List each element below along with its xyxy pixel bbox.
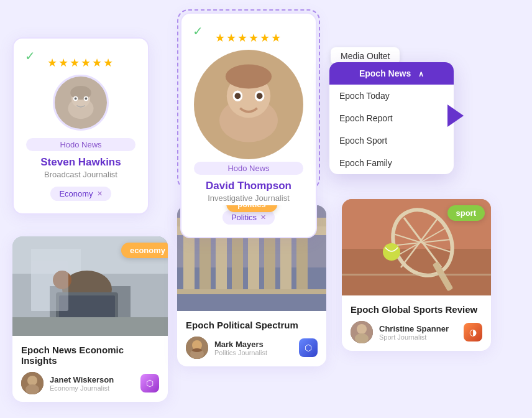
dropdown-arrow (447, 104, 464, 127)
economy-card-title: Epoch News Economic Insights (21, 345, 159, 366)
journalist-title-david: Investigative Journalist (194, 193, 303, 203)
svg-point-28 (25, 384, 39, 394)
svg-rect-34 (232, 230, 243, 292)
svg-point-55 (383, 243, 400, 261)
journalist-name-steven: Steven Hawkins (26, 156, 135, 169)
selected-label: Epoch News (359, 68, 411, 78)
tag-politics: politics (226, 205, 277, 212)
dropdown-item-label-3: Epoch Family (339, 158, 392, 168)
tag-sport: sport (447, 205, 485, 221)
card-economy: economy Epoch News Economic Insights Jan… (12, 236, 168, 402)
source-badge-david: Hodo News (194, 162, 303, 175)
sports-author-row: Christine Spanner Sport Journalist ◑ (351, 321, 482, 343)
svg-rect-23 (12, 317, 168, 336)
author-avatar-christine (351, 321, 373, 343)
svg-point-14 (257, 93, 263, 99)
sports-card-content: Epoch Global Sports Review Christine Spa… (342, 295, 491, 351)
svg-point-59 (355, 333, 369, 343)
dropdown-item-label-0: Epoch Today (339, 91, 390, 101)
card-sports: sport Epoch Global Sports Review Christi… (342, 199, 491, 351)
author-avatar-janet (21, 372, 44, 394)
tag-economy: economy (121, 243, 168, 258)
check-icon: ✓ (25, 49, 35, 63)
svg-rect-37 (280, 230, 291, 292)
svg-rect-36 (264, 230, 275, 292)
svg-rect-32 (200, 230, 211, 292)
sports-img: sport (342, 199, 491, 295)
politics-author-name: Mark Mayers (214, 340, 267, 349)
topic-label-david: Politics (231, 213, 257, 222)
source-badge-steven: Hodo News (26, 138, 135, 151)
economy-author-row: Janet Wiskerson Economy Journalist ⬡ (21, 372, 159, 394)
sports-icon-symbol: ◑ (469, 327, 477, 337)
economy-author-role: Economy Journalist (50, 384, 114, 392)
svg-point-13 (235, 93, 241, 99)
dropdown-item-label-2: Epoch Sport (339, 136, 387, 146)
media-outlet-label: Media Oultet (341, 51, 390, 61)
svg-rect-31 (183, 230, 195, 292)
sports-author-info: Christine Spanner Sport Journalist (379, 324, 449, 341)
economy-card-content: Epoch News Economic Insights Janet Wiske… (12, 336, 168, 402)
svg-point-6 (75, 98, 77, 100)
politics-icon-symbol: ⬡ (305, 343, 312, 353)
check-icon-david: ✓ (193, 24, 203, 39)
svg-rect-33 (216, 230, 227, 292)
topic-tag-steven[interactable]: Economy ✕ (50, 187, 111, 201)
avatar-steven (53, 75, 109, 131)
politics-author-role: Politics Journalist (214, 349, 267, 356)
remove-topic-david[interactable]: ✕ (260, 213, 266, 221)
economy-img: economy (12, 236, 168, 336)
svg-point-45 (192, 348, 202, 352)
topic-tag-david[interactable]: Politics ✕ (222, 210, 275, 225)
stars-david: ★★★★★★ (194, 31, 303, 45)
politics-author-icon: ⬡ (299, 338, 318, 357)
svg-rect-25 (31, 261, 68, 311)
svg-point-58 (357, 324, 367, 334)
politics-author-info: Mark Mayers Politics Journalist (214, 340, 267, 356)
card-steven: ✓ ★★★★★★ Hodo News Steven Hawkins Broadc… (12, 37, 149, 215)
sports-author-icon: ◑ (464, 323, 482, 341)
politics-card-content: Epoch Political Spectrum Mark Mayers Pol… (177, 311, 326, 366)
svg-rect-35 (248, 230, 259, 292)
dropdown-item-label-1: Epoch Report (339, 113, 393, 123)
topic-label-steven: Economy (59, 189, 93, 198)
avatar-david (194, 50, 303, 162)
svg-point-7 (85, 98, 88, 100)
svg-point-27 (27, 376, 37, 386)
svg-rect-56 (342, 274, 491, 276)
dropdown-menu: Epoch News ∧ Epoch Today Epoch Report Ep… (329, 62, 454, 174)
dropdown-item-0[interactable]: Epoch Today (329, 85, 454, 107)
scene: ✓ ★★★★★★ Hodo News Steven Hawkins Broadc… (0, 0, 532, 418)
stars-steven: ★★★★★★ (26, 56, 135, 70)
sports-author-role: Sport Journalist (379, 333, 449, 341)
author-avatar-mark (186, 337, 208, 359)
sports-card-title: Epoch Global Sports Review (351, 304, 482, 315)
remove-topic-steven[interactable]: ✕ (97, 190, 103, 198)
card-david: ✓ ★★★★★★ Hodo News David Thompson Invest… (180, 12, 317, 238)
journalist-name-david: David Thompson (194, 180, 303, 192)
economy-author-icon: ⬡ (140, 374, 159, 392)
economy-author-name: Janet Wiskerson (50, 375, 114, 384)
economy-icon-symbol: ⬡ (146, 378, 154, 388)
politics-card-title: Epoch Political Spectrum (186, 320, 318, 330)
dropdown-selected[interactable]: Epoch News ∧ (329, 62, 454, 85)
dropdown-item-3[interactable]: Epoch Family (329, 152, 454, 174)
dropdown-item-1[interactable]: Epoch Report (329, 107, 454, 129)
svg-rect-38 (296, 230, 308, 292)
sports-author-name: Christine Spanner (379, 324, 449, 333)
dropdown-item-2[interactable]: Epoch Sport (329, 129, 454, 152)
svg-point-15 (226, 64, 272, 88)
economy-author-info: Janet Wiskerson Economy Journalist (50, 375, 114, 392)
journalist-title-steven: Broadcast Journalist (26, 170, 135, 179)
svg-rect-41 (177, 289, 326, 294)
chevron-up-icon: ∧ (418, 70, 424, 78)
politics-author-row: Mark Mayers Politics Journalist ⬡ (186, 337, 318, 359)
